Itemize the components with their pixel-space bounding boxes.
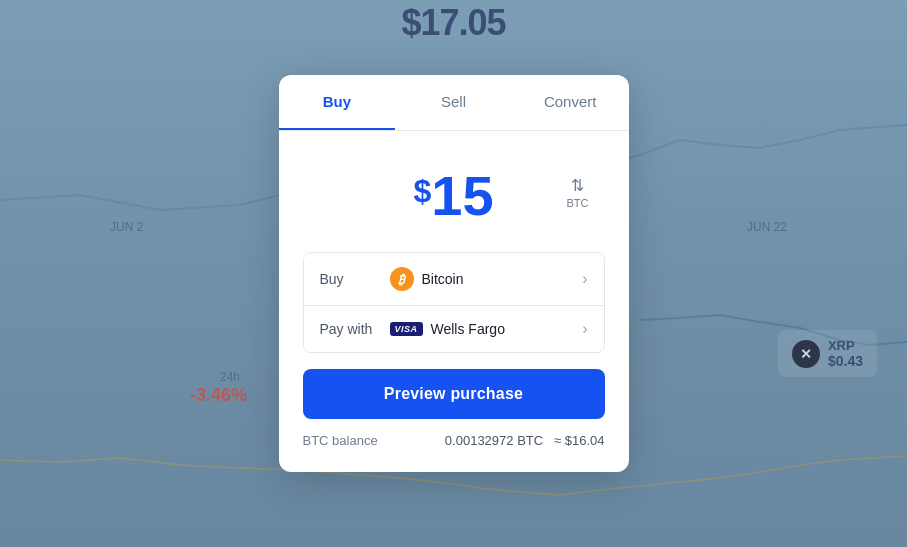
tab-convert[interactable]: Convert — [512, 75, 629, 130]
tab-bar: Buy Sell Convert — [279, 75, 629, 131]
btc-balance-value: 0.00132972 BTC ≈ $16.04 — [445, 433, 605, 448]
currency-toggle-button[interactable]: ⇅ BTC — [567, 175, 589, 208]
chevron-right-icon: › — [582, 270, 587, 288]
amount-value: 15 — [431, 163, 493, 228]
amount-display[interactable]: $ 15 — [413, 163, 493, 228]
buy-asset-row[interactable]: Buy ₿ Bitcoin › — [304, 253, 604, 306]
pay-with-row[interactable]: Pay with VISA Wells Fargo › — [304, 306, 604, 352]
currency-code-label: BTC — [567, 196, 589, 208]
payment-value: VISA Wells Fargo — [390, 321, 583, 337]
modal-overlay: Buy Sell Convert $ 15 ⇅ BTC Buy ₿ Bitcoi… — [0, 0, 907, 547]
buy-label: Buy — [320, 271, 390, 287]
asset-value: ₿ Bitcoin — [390, 267, 583, 291]
options-area: Buy ₿ Bitcoin › Pay with VISA Wells Farg… — [303, 252, 605, 353]
btc-balance-label: BTC balance — [303, 433, 378, 448]
trade-modal: Buy Sell Convert $ 15 ⇅ BTC Buy ₿ Bitcoi… — [279, 75, 629, 472]
btc-balance-approx: ≈ $16.04 — [554, 433, 605, 448]
bitcoin-icon: ₿ — [390, 267, 414, 291]
toggle-arrows-icon: ⇅ — [571, 175, 584, 194]
visa-badge: VISA — [390, 322, 423, 336]
tab-buy[interactable]: Buy — [279, 75, 396, 130]
chevron-right-icon-2: › — [582, 320, 587, 338]
preview-purchase-button[interactable]: Preview purchase — [303, 369, 605, 419]
pay-with-label: Pay with — [320, 321, 390, 337]
asset-name: Bitcoin — [422, 271, 464, 287]
amount-area: $ 15 ⇅ BTC — [279, 131, 629, 252]
btc-balance-row: BTC balance 0.00132972 BTC ≈ $16.04 — [279, 419, 629, 448]
btc-balance-amount: 0.00132972 BTC — [445, 433, 543, 448]
payment-name: Wells Fargo — [431, 321, 505, 337]
tab-sell[interactable]: Sell — [395, 75, 512, 130]
dollar-sign: $ — [413, 173, 431, 210]
